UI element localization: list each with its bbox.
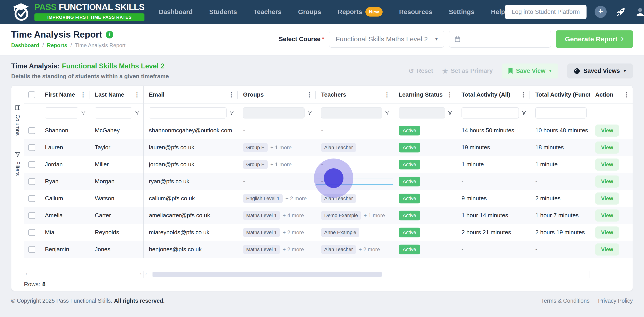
groups-chip[interactable]: Maths Level 1 <box>243 228 280 237</box>
groups-more[interactable]: + 2 more <box>285 196 306 202</box>
nav-item-resources[interactable]: Resources <box>399 8 432 16</box>
groups-chip[interactable]: Maths Level 1 <box>243 245 280 254</box>
teachers-more[interactable]: + 2 more <box>359 246 380 252</box>
nav-item-dashboard[interactable]: Dashboard <box>159 8 192 16</box>
row-checkbox[interactable] <box>28 195 35 202</box>
date-range-input[interactable] <box>449 31 551 48</box>
reset-button[interactable]: ↺ Reset <box>408 68 433 74</box>
action-cell: View <box>590 156 633 173</box>
row-checkbox[interactable] <box>28 229 35 236</box>
filter-input[interactable] <box>535 107 586 118</box>
column-menu-icon[interactable]: ⋮ <box>306 91 312 98</box>
nav-item-settings[interactable]: Settings <box>449 8 474 16</box>
login-student-platform-button[interactable]: Log into Student Platform <box>505 5 586 19</box>
column-menu-icon[interactable]: ⋮ <box>447 91 452 98</box>
columns-tool-tab[interactable]: Columns <box>14 104 21 136</box>
view-button[interactable]: View <box>595 244 619 256</box>
groups-chip[interactable]: Group E <box>243 160 268 169</box>
groups-more[interactable]: + 2 more <box>283 246 304 252</box>
view-button[interactable]: View <box>595 210 619 222</box>
teachers-chip[interactable]: Anne Example <box>321 228 359 237</box>
brand-logo[interactable]: PASSFUNCTIONAL SKILLS IMPROVING FIRST TI… <box>11 2 144 22</box>
brand-tagline: IMPROVING FIRST TIME PASS RATES <box>34 14 144 21</box>
view-button[interactable]: View <box>595 176 619 188</box>
user-profile-icon[interactable] <box>634 6 644 18</box>
groups-more[interactable]: + 4 more <box>283 212 304 219</box>
filter-cell-last-name <box>90 104 144 122</box>
saved-views-button[interactable]: Saved Views ▼ <box>567 64 633 78</box>
column-header-first-name: First Name⋮ <box>40 86 90 104</box>
filters-tool-tab[interactable]: Filters <box>14 151 21 176</box>
table-row: RyanMorganryan@pfs.co.uk--Active--View <box>24 173 632 190</box>
bookmark-icon <box>508 68 513 74</box>
scrollbar-thumb[interactable] <box>152 272 382 277</box>
view-button[interactable]: View <box>595 142 619 154</box>
row-checkbox[interactable] <box>28 178 35 185</box>
students-grid: First Name⋮Last Name⋮Email⋮Groups⋮Teache… <box>24 86 632 278</box>
nav-item-reports[interactable]: ReportsNew <box>338 7 382 16</box>
set-as-primary-button[interactable]: ★ Set as Primary <box>442 68 493 74</box>
filter-cell-groups <box>238 107 316 118</box>
column-menu-icon[interactable]: ⋮ <box>80 91 86 98</box>
learning-status-cell: Active <box>393 143 456 152</box>
row-checkbox[interactable] <box>28 212 35 219</box>
view-button[interactable]: View <box>595 226 619 238</box>
first-name-cell: Callum <box>40 195 90 202</box>
view-button[interactable]: View <box>595 158 619 170</box>
first-name-cell: Lauren <box>40 144 90 151</box>
email-cell: jordan@pfs.co.uk <box>144 161 238 168</box>
column-header-email: Email⋮ <box>144 86 238 104</box>
groups-chip[interactable]: Maths Level 1 <box>243 211 280 220</box>
save-view-button[interactable]: Save View ▼ <box>502 64 558 78</box>
teachers-chip[interactable]: Demo Example <box>321 211 361 220</box>
course-select-dropdown[interactable]: Functional Skills Maths Level 2 ▼ <box>329 31 444 48</box>
groups-chip[interactable]: English Level 1 <box>243 194 283 203</box>
groups-more[interactable]: + 1 more <box>270 162 292 168</box>
groups-more[interactable]: + 2 more <box>283 229 304 236</box>
filter-input[interactable] <box>45 107 78 118</box>
privacy-link[interactable]: Privacy Policy <box>598 298 633 304</box>
nav-item-teachers[interactable]: Teachers <box>254 8 282 16</box>
column-menu-icon[interactable]: ⋮ <box>228 91 234 98</box>
row-checkbox[interactable] <box>28 127 35 134</box>
copyright-text: © Copyright 2025 Pass Functional Skills.… <box>11 298 164 304</box>
groups-cell: - <box>238 178 316 185</box>
teachers-chip[interactable]: Alan Teacher <box>321 245 356 254</box>
info-icon[interactable]: i <box>106 31 113 38</box>
groups-chip[interactable]: Group E <box>243 143 268 152</box>
filter-input[interactable] <box>95 107 132 118</box>
scrollbar-pinned-track[interactable]: ‹ › <box>24 271 144 278</box>
email-cell: shannonmcgahey@outlook.com <box>144 127 238 134</box>
row-checkbox[interactable] <box>28 161 35 168</box>
breadcrumb-dashboard[interactable]: Dashboard <box>11 42 39 48</box>
breadcrumb-reports[interactable]: Reports <box>47 42 67 48</box>
last-name-cell: Taylor <box>90 139 144 156</box>
column-menu-icon[interactable]: ⋮ <box>520 91 526 98</box>
column-menu-icon[interactable]: ⋮ <box>624 91 630 98</box>
select-all-checkbox[interactable] <box>28 92 35 98</box>
terms-link[interactable]: Terms & Conditions <box>541 298 590 304</box>
nav-item-students[interactable]: Students <box>209 8 237 16</box>
teachers-cell: - <box>316 178 393 185</box>
row-checkbox[interactable] <box>28 246 35 253</box>
column-menu-icon[interactable]: ⋮ <box>134 91 140 98</box>
add-icon[interactable]: + <box>594 6 607 18</box>
saved-views-icon <box>574 68 580 74</box>
generate-report-button[interactable]: Generate Report› <box>556 30 633 48</box>
rocket-icon[interactable] <box>615 6 626 18</box>
first-name-cell: Shannon <box>40 127 90 134</box>
view-button[interactable]: View <box>595 192 619 204</box>
teachers-chip[interactable]: Alan Teacher <box>321 143 356 152</box>
nav-item-help[interactable]: Help <box>491 8 505 16</box>
scrollbar-main-track[interactable]: ‹ <box>144 271 589 278</box>
column-menu-icon[interactable]: ⋮ <box>384 91 390 98</box>
teachers-chip[interactable]: Alan Teacher <box>321 194 356 203</box>
teachers-more[interactable]: + 1 more <box>364 212 385 219</box>
row-checkbox[interactable] <box>28 144 35 151</box>
filter-input[interactable] <box>462 107 519 118</box>
groups-more[interactable]: + 1 more <box>270 144 292 151</box>
filter-input[interactable] <box>149 107 226 118</box>
view-button[interactable]: View <box>595 124 619 136</box>
groups-cell: Group E+ 1 more <box>238 160 316 169</box>
nav-item-groups[interactable]: Groups <box>298 8 321 16</box>
